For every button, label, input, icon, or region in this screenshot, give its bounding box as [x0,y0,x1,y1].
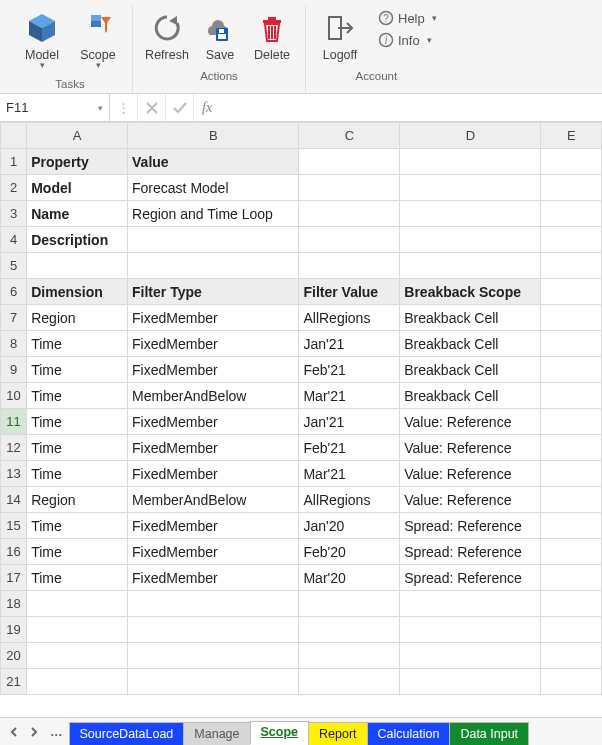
cell[interactable] [541,253,602,279]
row-header[interactable]: 20 [1,643,27,669]
column-header[interactable]: E [541,123,602,149]
cell[interactable]: Time [27,357,128,383]
cell[interactable]: Mar'21 [299,461,400,487]
cell[interactable] [400,201,541,227]
cell[interactable]: Breakback Scope [400,279,541,305]
cell[interactable] [128,643,299,669]
cell[interactable]: Time [27,539,128,565]
cell[interactable] [541,591,602,617]
cell[interactable]: FixedMember [128,409,299,435]
cell[interactable] [299,149,400,175]
cell[interactable] [541,149,602,175]
cell[interactable] [541,513,602,539]
cell[interactable]: FixedMember [128,565,299,591]
cell[interactable]: Jan'21 [299,331,400,357]
help-button[interactable]: ? Help ▾ [378,10,437,26]
cell[interactable]: Time [27,409,128,435]
cell[interactable]: Mar'21 [299,383,400,409]
column-header[interactable]: D [400,123,541,149]
cell[interactable] [299,201,400,227]
tab-nav-prev[interactable] [4,727,24,737]
cell[interactable] [541,175,602,201]
cell[interactable]: Region [27,487,128,513]
cell[interactable]: FixedMember [128,461,299,487]
cell[interactable] [299,227,400,253]
cell[interactable] [27,669,128,695]
cell[interactable]: Value: Reference [400,435,541,461]
cell[interactable]: Region and Time Loop [128,201,299,227]
cell[interactable] [400,227,541,253]
cell[interactable]: Spread: Reference [400,513,541,539]
row-header[interactable]: 11 [1,409,27,435]
cell[interactable]: Spread: Reference [400,565,541,591]
cell[interactable]: MemberAndBelow [128,383,299,409]
row-header[interactable]: 15 [1,513,27,539]
cell[interactable]: Breakback Cell [400,331,541,357]
sheet-tab[interactable]: Manage [183,722,250,746]
cell[interactable]: Time [27,331,128,357]
row-header[interactable]: 7 [1,305,27,331]
cell[interactable]: Mar'20 [299,565,400,591]
select-all-corner[interactable] [1,123,27,149]
cell[interactable] [541,305,602,331]
tab-overflow[interactable]: … [44,725,69,739]
cell[interactable]: Value: Reference [400,409,541,435]
accept-formula-button[interactable] [166,94,194,122]
row-header[interactable]: 2 [1,175,27,201]
cell[interactable] [400,643,541,669]
cell[interactable]: Filter Value [299,279,400,305]
cell[interactable] [541,617,602,643]
cell[interactable] [541,487,602,513]
cell[interactable] [541,383,602,409]
cell[interactable] [400,253,541,279]
row-header[interactable]: 19 [1,617,27,643]
column-header[interactable]: C [299,123,400,149]
sheet-tab[interactable]: Calculation [367,722,451,746]
cell[interactable] [299,253,400,279]
cell[interactable] [541,669,602,695]
cell[interactable] [299,175,400,201]
refresh-button[interactable]: Refresh [139,6,195,66]
cell[interactable]: Jan'21 [299,409,400,435]
cell[interactable] [541,331,602,357]
logoff-button[interactable]: Logoff [312,6,368,66]
cell[interactable] [541,539,602,565]
cell[interactable] [541,643,602,669]
row-header[interactable]: 14 [1,487,27,513]
cell[interactable]: Property [27,149,128,175]
cell[interactable] [400,175,541,201]
cell[interactable] [299,643,400,669]
cell[interactable]: Time [27,565,128,591]
column-header[interactable]: B [128,123,299,149]
row-header[interactable]: 1 [1,149,27,175]
cell[interactable]: AllRegions [299,487,400,513]
cell[interactable] [27,591,128,617]
formula-input[interactable] [220,94,602,121]
cell[interactable] [299,617,400,643]
cell[interactable]: FixedMember [128,539,299,565]
cell[interactable]: Time [27,461,128,487]
fx-label[interactable]: fx [194,94,220,121]
cell[interactable] [400,617,541,643]
cell[interactable]: Value: Reference [400,487,541,513]
row-header[interactable]: 4 [1,227,27,253]
cell[interactable]: Value [128,149,299,175]
cell[interactable]: Feb'20 [299,539,400,565]
cell[interactable]: Region [27,305,128,331]
sheet-tab[interactable]: Data Input [449,722,529,746]
cell[interactable]: Jan'20 [299,513,400,539]
cell[interactable]: Spread: Reference [400,539,541,565]
cell[interactable] [128,253,299,279]
cell[interactable] [128,617,299,643]
model-button[interactable]: Model ▾ [14,6,70,74]
cell[interactable]: FixedMember [128,513,299,539]
cell[interactable]: AllRegions [299,305,400,331]
row-header[interactable]: 18 [1,591,27,617]
cell[interactable]: Time [27,513,128,539]
cell[interactable]: FixedMember [128,305,299,331]
name-box[interactable]: F11 ▾ [0,94,110,121]
row-header[interactable]: 17 [1,565,27,591]
cell[interactable]: Dimension [27,279,128,305]
cell[interactable] [541,409,602,435]
cell[interactable]: FixedMember [128,435,299,461]
